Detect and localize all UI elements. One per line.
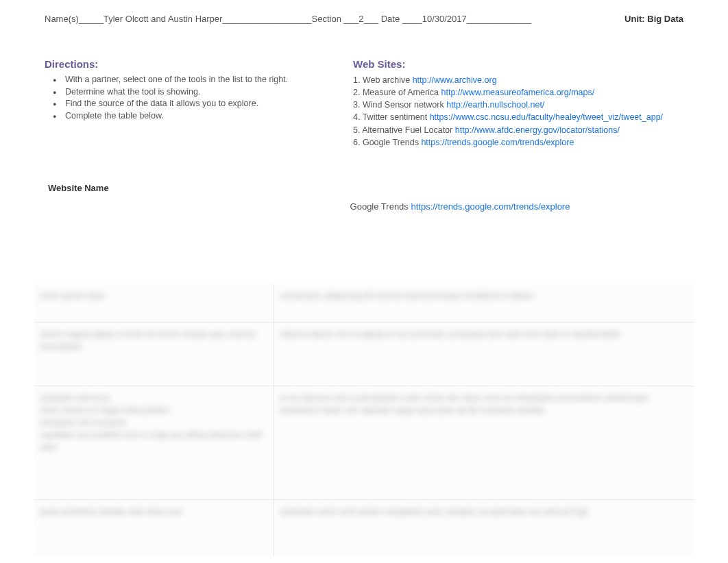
website-item: 4. Twitter sentiment https://www.csc.ncs… [353,111,683,123]
directions-column: Directions: With a partner, select one o… [45,58,332,149]
website-link[interactable]: https://www.csc.ncsu.edu/faculty/healey/… [430,112,663,122]
table-row: lorem ipsum dolor consectetur adipiscing… [34,284,694,322]
directions-list: With a partner, select one of the tools … [45,74,332,122]
website-label: Twitter sentiment [363,112,430,122]
blurred-cell: lorem ipsum dolor [34,284,274,322]
table-entry: Google Trends https://trends.google.com/… [236,201,683,212]
website-item: 2. Measure of America http://www.measure… [353,86,683,99]
blurred-cell: id est laborum sed ut perspiciatis unde … [274,386,694,499]
directions-heading: Directions: [45,58,332,70]
table-entry-label: Google Trends [350,201,411,212]
directions-item: Complete the table below. [65,110,332,123]
blurred-cell: consectetur adipiscing elit sed do eiusm… [274,284,694,322]
website-link[interactable]: http://www.archive.org [413,75,497,85]
website-item: 3. Wind Sensor network http://earth.null… [353,99,683,111]
website-num: 1. [353,75,363,85]
website-label: Alternative Fuel Locator [362,125,455,135]
website-label: Google Trends [363,138,421,147]
website-num: 2. [353,88,363,97]
names-section-date: Name(s)_____Tyler Olcott and Austin Harp… [45,14,624,24]
blurred-cell: explicabo nemo enim ipsam voluptatem qui… [274,500,694,556]
table-column-header: Website Name [45,183,683,193]
website-label: Wind Sensor network [363,100,446,110]
website-link[interactable]: http://www.afdc.energy.gov/locator/stati… [455,125,620,135]
unit-label: Unit: Big Data [624,14,683,24]
blurred-cell: dolore magna aliqua ut enim ad minim ven… [34,323,274,386]
document-header: Name(s)_____Tyler Olcott and Austin Harp… [0,0,728,24]
websites-heading: Web Sites: [353,58,683,70]
website-item: 6. Google Trends https://trends.google.c… [353,136,683,149]
website-label: Measure of America [363,88,441,97]
website-num: 6. [353,138,363,147]
content-columns: Directions: With a partner, select one o… [0,24,728,162]
website-num: 4. [353,112,363,122]
directions-item: Determine what the tool is showing. [65,86,332,99]
website-link[interactable]: https://trends.google.com/trends/explore [421,138,574,147]
website-label: Web archive [363,75,413,85]
website-num: 5. [353,125,362,135]
website-link[interactable]: http://www.measureofamerica.org/maps/ [441,88,595,97]
websites-list: 1. Web archive http://www.archive.org 2.… [353,74,683,149]
blurred-table: lorem ipsum dolor consectetur adipiscing… [34,284,694,556]
website-item: 1. Web archive http://www.archive.org [353,74,683,86]
table-section: Website Name Google Trends https://trend… [0,162,728,212]
website-link[interactable]: http://earth.nullschool.net/ [446,100,544,110]
blurred-cell: voluptate velit essecillum dolore eu fug… [34,386,274,499]
blurred-cell: quasi architecto beatae vitae dicta sunt [34,500,274,556]
website-num: 3. [353,100,363,110]
table-row: voluptate velit essecillum dolore eu fug… [34,386,694,499]
table-entry-link[interactable]: https://trends.google.com/trends/explore [411,201,570,212]
website-item: 5. Alternative Fuel Locator http://www.a… [353,124,683,136]
blurred-cell: ullamco laboris nisi ut aliquip ex ea co… [274,323,694,386]
table-row: quasi architecto beatae vitae dicta sunt… [34,499,694,556]
table-row: dolore magna aliqua ut enim ad minim ven… [34,322,694,386]
directions-item: With a partner, select one of the tools … [65,74,332,86]
directions-item: Find the source of the data it allows yo… [65,98,332,110]
websites-column: Web Sites: 1. Web archive http://www.arc… [353,58,683,149]
